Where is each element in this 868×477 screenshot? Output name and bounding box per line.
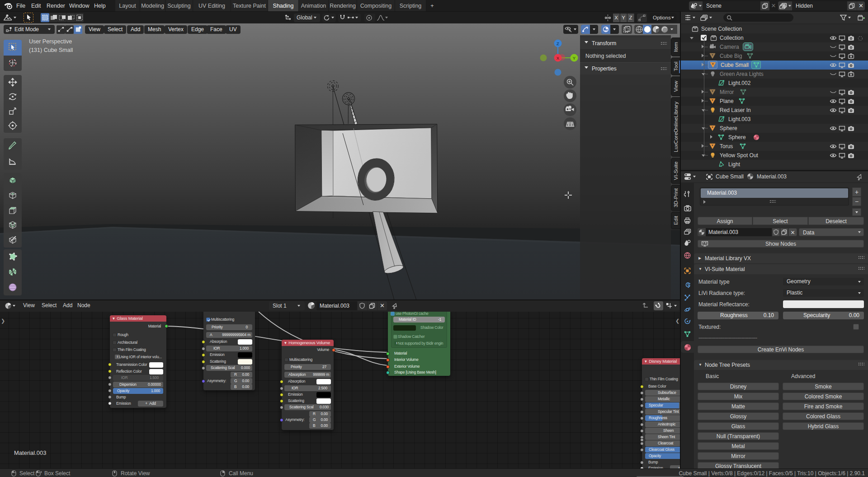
svg-text:Y: Y (573, 56, 576, 61)
svg-text:Z: Z (557, 41, 559, 46)
